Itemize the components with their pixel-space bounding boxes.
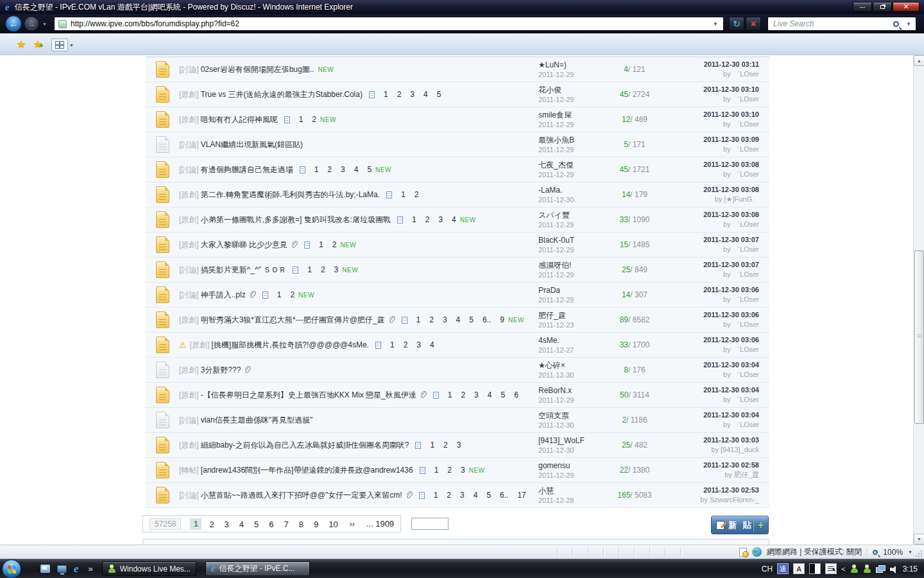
thread-page-link[interactable]: 4 — [354, 165, 359, 174]
thread-page-link[interactable]: 1 — [434, 466, 439, 475]
address-dropdown-icon[interactable]: ▼ — [708, 21, 723, 27]
thread-page-link[interactable]: 1 — [384, 90, 388, 99]
thread-page-link[interactable]: 1 — [401, 190, 406, 199]
last-post-time[interactable]: 2011-12-30 03:06 — [667, 335, 759, 345]
plus-icon[interactable]: + — [758, 520, 764, 531]
last-poster-link[interactable]: ゛LOser — [733, 270, 759, 278]
volume-tray-icon[interactable] — [890, 565, 898, 573]
thread-page-link[interactable]: 2 — [447, 491, 451, 500]
thread-page-link[interactable]: 4 — [474, 491, 478, 500]
author-link[interactable]: 小慧 — [538, 486, 603, 496]
last-poster-link[interactable]: ゛LOser — [733, 245, 759, 253]
author-link[interactable]: ReBorN.x — [538, 385, 603, 396]
author-link[interactable]: gomensu — [538, 460, 603, 471]
url-text[interactable]: http://www.ipve.com/bbs/forumdisplay.php… — [71, 19, 708, 28]
thread-page-link[interactable]: 5 — [437, 90, 441, 99]
last-poster-link[interactable]: ゛LOser — [733, 170, 759, 178]
new-post-button[interactable]: 新 貼 + — [711, 516, 769, 534]
thread-page-link[interactable]: 6.. — [500, 491, 508, 500]
restore-button[interactable] — [873, 2, 892, 12]
thread-page-link[interactable]: 6 — [514, 390, 518, 399]
thread-page-link[interactable]: 1 — [412, 215, 416, 224]
tab-list-dropdown[interactable]: ▼ — [69, 43, 74, 48]
start-button[interactable] — [2, 559, 21, 578]
thread-page-link[interactable]: 2 — [415, 190, 419, 199]
taskbar-button-messenger[interactable]: Windows Live Mes... — [102, 561, 196, 576]
tray-collapse-chevron[interactable]: < — [841, 565, 845, 573]
thread-title-link[interactable]: 細細baby-之前你以為自己入左冰島就好威掛住個團名周圍吠? — [201, 440, 409, 451]
stop-button[interactable]: × — [746, 17, 761, 31]
last-poster-link[interactable]: ゛LOser — [733, 396, 759, 403]
language-indicator[interactable]: CH — [762, 565, 773, 574]
refresh-button[interactable]: ↻ — [729, 17, 744, 31]
recent-pages-dropdown[interactable]: ▼ — [42, 22, 47, 26]
last-poster-link[interactable]: ゛LOser — [733, 220, 759, 228]
page-link[interactable]: 6 — [264, 520, 278, 529]
last-poster-link[interactable]: ゛LOser — [733, 70, 759, 78]
thread-page-link[interactable]: 4 — [488, 390, 492, 399]
thread-page-link[interactable]: 4 — [424, 90, 428, 99]
last-post-time[interactable]: 2011-12-30 03:04 — [667, 360, 759, 370]
last-post-time[interactable]: 2011-12-30 03:10 — [667, 110, 759, 119]
search-dropdown-icon[interactable]: ▼ — [902, 21, 916, 27]
zoom-level[interactable]: 100% — [883, 548, 903, 557]
thread-title-link[interactable]: 第二作.轉角驚遇魔術師.毛利與秀吉的斗法.by;-LaMa. — [201, 189, 380, 200]
thread-page-link[interactable]: 6.. — [483, 315, 491, 324]
last-poster-link[interactable]: ゛LOser — [733, 120, 759, 128]
thread-page-link[interactable]: 1 — [390, 340, 395, 349]
thread-page-link[interactable]: 2 — [404, 340, 408, 349]
author-link[interactable]: 花小俊 — [538, 85, 603, 95]
vertical-scrollbar[interactable]: ▲ ▼ — [913, 55, 924, 545]
page-link[interactable]: 3 — [219, 520, 234, 529]
author-link[interactable]: -LaMa. — [538, 185, 603, 195]
thread-page-link[interactable]: 3 — [438, 215, 443, 224]
author-link[interactable]: PraDa — [538, 285, 603, 295]
quick-launch-overflow[interactable]: » — [89, 564, 93, 574]
last-post-time[interactable]: 2011-12-30 03:04 — [667, 410, 759, 420]
thread-page-link[interactable]: 17 — [517, 491, 526, 500]
address-field[interactable]: http://www.ipve.com/bbs/forumdisplay.php… — [54, 17, 724, 31]
thread-page-link[interactable]: 1 — [448, 390, 452, 399]
last-post-time[interactable]: 2011-12-30 03:08 — [667, 160, 759, 170]
author-link[interactable]: 七夜_杰傑 — [538, 160, 603, 170]
thread-title-link[interactable]: [andrew1436闊別一年作品]帶望遠鏡的淺井長政@andrew1436 — [201, 465, 413, 476]
last-poster-link[interactable]: [★]FunG、 — [724, 195, 759, 203]
thread-title-link[interactable]: 大家入黎睇睇 比少少意見 — [201, 240, 287, 250]
quick-tabs-button[interactable] — [51, 39, 68, 51]
thread-page-link[interactable]: 3 — [410, 90, 415, 99]
thread-page-link[interactable]: 2 — [312, 115, 316, 124]
page-link[interactable]: 4 — [234, 520, 249, 529]
thread-page-link[interactable]: 3 — [461, 466, 465, 475]
switch-windows-icon[interactable] — [57, 565, 67, 573]
page-link[interactable]: 9 — [309, 520, 323, 529]
last-poster-link[interactable]: ゛LOser — [733, 145, 759, 153]
thread-title-link[interactable]: 小弟第一條團戰片,多多謝教=] 隻奶叫我改名:屠垃圾團戰 — [201, 215, 391, 225]
add-favorite-icon[interactable]: ★ — [33, 38, 42, 50]
scroll-down-arrow[interactable]: ▼ — [914, 534, 924, 545]
favorites-icon[interactable]: ★ — [17, 38, 26, 50]
thread-page-link[interactable]: 2 — [327, 165, 332, 174]
last-post-time[interactable]: 2011-12-30 03:08 — [667, 210, 759, 220]
thread-page-link[interactable]: 3 — [416, 340, 421, 349]
author-link[interactable]: ★心碎× — [538, 360, 603, 371]
thread-title-link[interactable]: VLAN繼續出現新風氣(錯區貼) — [201, 139, 303, 150]
author-link[interactable]: BlacK-0uT — [538, 235, 603, 245]
network-tray-icon[interactable] — [876, 565, 886, 573]
last-poster-link[interactable]: [9413]_duck — [721, 446, 759, 453]
last-poster-link[interactable]: SzwarcFloren-_ — [710, 496, 759, 504]
thread-page-link[interactable]: 1 — [430, 441, 434, 450]
thread-page-link[interactable]: 2 — [321, 265, 325, 274]
thread-page-link[interactable]: 1 — [277, 290, 282, 299]
page-link[interactable]: 10 — [323, 520, 343, 529]
thread-title-link[interactable]: 小慧首貼~~路過既入來打下招呼@@"女仔一定要入來留cm! — [201, 490, 402, 501]
author-link[interactable]: [9413]_WoLF — [538, 435, 603, 446]
page-link[interactable]: 8 — [294, 520, 309, 529]
thread-title-link[interactable]: 有邊個夠膽講自己無走過場 — [201, 164, 293, 175]
messenger-tray-icon2[interactable] — [863, 565, 871, 573]
last-post-time[interactable]: 2011-12-30 03:07 — [667, 260, 759, 270]
close-button[interactable]: ✕ — [893, 2, 920, 12]
last-post-time[interactable]: 2011-12-30 03:06 — [667, 310, 759, 320]
scrollbar-thumb[interactable] — [914, 250, 924, 424]
last-post-time[interactable]: 2011-12-30 03:09 — [667, 135, 759, 144]
page-link[interactable]: 5 — [249, 520, 264, 529]
